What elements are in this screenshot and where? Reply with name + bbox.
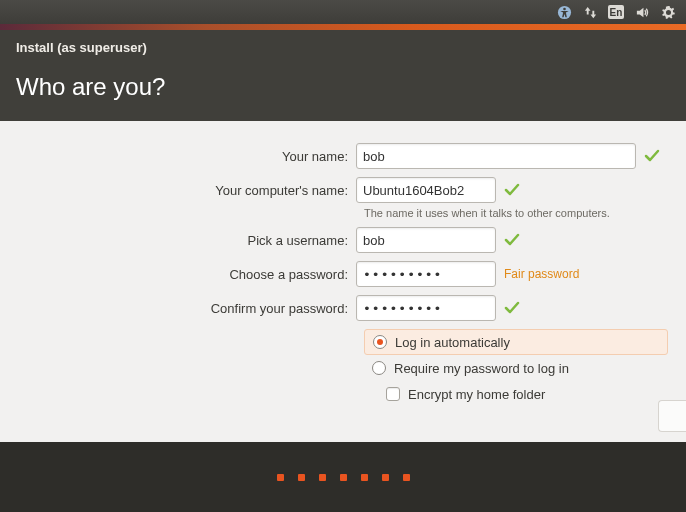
network-updown-icon[interactable]	[582, 4, 598, 20]
checkbox-icon	[386, 387, 400, 401]
checkbox-encrypt-home[interactable]: Encrypt my home folder	[386, 381, 668, 407]
password-strength: Fair password	[504, 267, 579, 281]
page-title: Who are you?	[16, 73, 670, 101]
progress-dot	[298, 474, 305, 481]
username-label: Pick a username:	[16, 233, 356, 248]
radio-label: Log in automatically	[395, 335, 510, 350]
progress-dot	[361, 474, 368, 481]
radio-icon	[373, 335, 387, 349]
computer-label: Your computer's name:	[16, 183, 356, 198]
radio-require-password[interactable]: Require my password to log in	[364, 355, 668, 381]
check-icon	[504, 232, 520, 248]
window-header: Install (as superuser) Who are you?	[0, 30, 686, 121]
name-input[interactable]	[356, 143, 636, 169]
radio-label: Require my password to log in	[394, 361, 569, 376]
computer-name-input[interactable]	[356, 177, 496, 203]
check-icon	[504, 182, 520, 198]
check-icon	[644, 148, 660, 164]
password-label: Choose a password:	[16, 267, 356, 282]
keyboard-lang-icon[interactable]: En	[608, 4, 624, 20]
progress-dot	[277, 474, 284, 481]
svg-point-1	[563, 7, 566, 10]
sound-icon[interactable]	[634, 4, 650, 20]
form-area: Your name: Your computer's name: The nam…	[0, 121, 686, 431]
radio-auto-login[interactable]: Log in automatically	[364, 329, 668, 355]
radio-icon	[372, 361, 386, 375]
username-input[interactable]	[356, 227, 496, 253]
window-title: Install (as superuser)	[16, 40, 670, 55]
progress-dot	[340, 474, 347, 481]
checkbox-label: Encrypt my home folder	[408, 387, 545, 402]
progress-dot	[382, 474, 389, 481]
name-label: Your name:	[16, 149, 356, 164]
check-icon	[504, 300, 520, 316]
confirm-label: Confirm your password:	[16, 301, 356, 316]
confirm-password-input[interactable]	[356, 295, 496, 321]
system-tray: En	[0, 0, 686, 24]
password-input[interactable]	[356, 261, 496, 287]
gear-icon[interactable]	[660, 4, 676, 20]
progress-footer	[0, 442, 686, 512]
progress-dot	[319, 474, 326, 481]
computer-hint: The name it uses when it talks to other …	[364, 207, 670, 219]
continue-button[interactable]	[658, 400, 686, 432]
accessibility-icon[interactable]	[556, 4, 572, 20]
progress-dot	[403, 474, 410, 481]
